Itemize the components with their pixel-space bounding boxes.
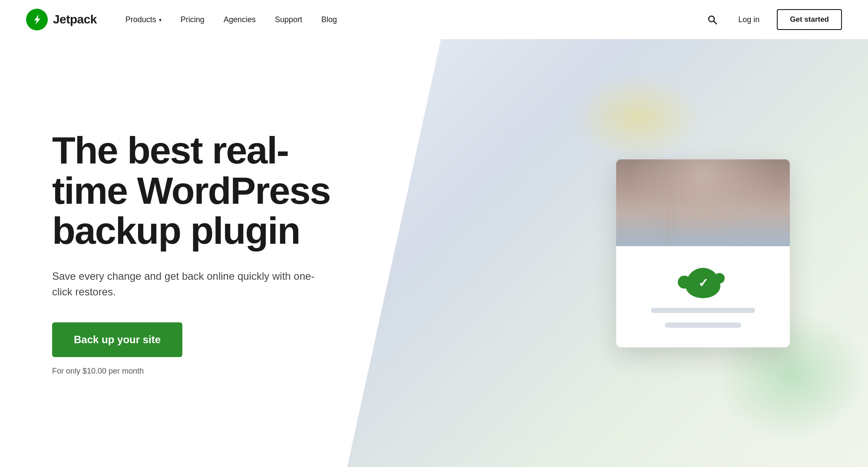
get-started-button[interactable]: Get started (777, 9, 842, 30)
nav-agencies[interactable]: Agencies (216, 11, 264, 29)
hero-card: ✓ (616, 159, 790, 347)
hero-subtitle: Save every change and get back online qu… (52, 268, 321, 300)
login-link[interactable]: Log in (731, 11, 766, 29)
cta-note: For only $10.00 per month (52, 367, 339, 376)
nav-blog[interactable]: Blog (314, 11, 345, 29)
site-header: Jetpack Products ▾ Pricing Agencies Supp… (0, 0, 868, 39)
products-chevron-icon: ▾ (159, 17, 162, 23)
cta-button[interactable]: Back up your site (52, 322, 182, 357)
svg-line-2 (714, 21, 717, 24)
card-line-1 (651, 308, 755, 313)
search-icon (707, 14, 717, 25)
logo-icon (26, 9, 48, 30)
nav-left: Jetpack Products ▾ Pricing Agencies Supp… (26, 9, 345, 30)
logo-link[interactable]: Jetpack (26, 9, 97, 30)
checkmark-icon: ✓ (698, 276, 708, 290)
cloud-check-icon: ✓ (686, 268, 720, 298)
nav-pricing[interactable]: Pricing (173, 11, 212, 29)
main-nav: Products ▾ Pricing Agencies Support Blog (118, 11, 345, 29)
card-image (616, 159, 790, 246)
hero-content: The best real-time WordPress backup plug… (0, 130, 391, 375)
nav-support[interactable]: Support (267, 11, 310, 29)
search-button[interactable] (703, 11, 721, 28)
hero-card-wrapper: ✓ (616, 159, 790, 347)
hero-blob-yellow (573, 74, 703, 161)
card-line-2 (665, 322, 741, 328)
card-body: ✓ (616, 246, 790, 347)
hero-title: The best real-time WordPress backup plug… (52, 130, 339, 251)
svg-marker-0 (34, 14, 40, 25)
brand-name: Jetpack (53, 13, 97, 26)
nav-right: Log in Get started (703, 9, 842, 30)
jetpack-bolt-icon (31, 13, 43, 26)
nav-products[interactable]: Products ▾ (118, 11, 169, 29)
hero-section: The best real-time WordPress backup plug… (0, 39, 868, 467)
